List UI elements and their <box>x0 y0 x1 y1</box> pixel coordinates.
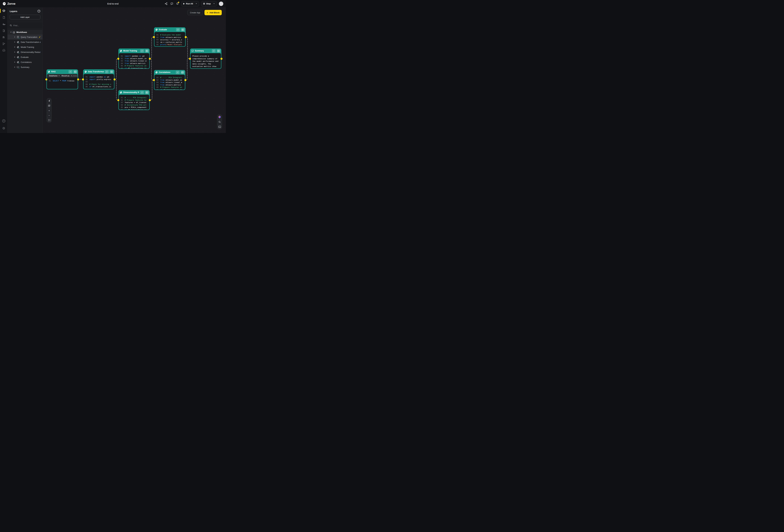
notifications-icon[interactable] <box>176 2 179 5</box>
rail-help-icon[interactable]: ? <box>0 118 7 124</box>
block-check-button[interactable]: ✓ <box>212 49 216 53</box>
expand-caret-icon[interactable] <box>15 36 15 38</box>
code-line: 04# Instantiate PCA wit <box>119 104 149 106</box>
expand-caret-icon[interactable] <box>15 47 15 48</box>
expand-caret-icon[interactable] <box>15 41 15 43</box>
block-panel-button[interactable] <box>145 49 149 53</box>
block-dimensionality-reduction[interactable]: Dimensionality Redu... ✓ 01# ----- PCA I… <box>118 90 150 110</box>
block-check-button[interactable]: ✓ <box>140 49 144 53</box>
block-panel-button[interactable] <box>180 71 185 74</box>
block-panel-button[interactable] <box>110 70 114 74</box>
block-panel-button[interactable] <box>74 70 77 74</box>
rail-files-icon[interactable] <box>0 14 7 21</box>
input-port[interactable] <box>189 58 191 60</box>
terminal-button[interactable] <box>217 124 222 129</box>
block-evaluate[interactable]: Evaluate ✓ 01# Evaluate the model02from … <box>154 27 186 47</box>
input-port[interactable] <box>153 36 155 38</box>
block-panel-button[interactable] <box>181 28 185 31</box>
run-all-caret-icon[interactable] <box>196 3 197 4</box>
minimap-button[interactable] <box>47 103 51 108</box>
dataframe-mode-label[interactable]: Dataframe <box>49 75 58 77</box>
collapse-caret-icon[interactable] <box>10 32 11 33</box>
fit-view-button[interactable] <box>47 118 51 122</box>
run-all-button[interactable]: Run All <box>181 1 199 6</box>
block-panel-button[interactable] <box>217 49 221 53</box>
rail-settings-icon[interactable]: ⚙ <box>0 125 7 132</box>
zerve-assistant-button[interactable] <box>217 114 222 119</box>
block-check-button[interactable]: ✓ <box>176 28 180 31</box>
expand-caret-icon[interactable] <box>15 61 15 63</box>
workflow-canvas[interactable]: Create App + Add Block Evaluate ✓ 01# Ev… <box>43 7 226 133</box>
wire-correlations-to-summary <box>185 59 190 80</box>
active-indicator <box>0 9 1 13</box>
expand-caret-icon[interactable] <box>15 66 15 68</box>
find-input[interactable] <box>13 24 37 27</box>
create-app-button[interactable]: Create App <box>187 10 203 15</box>
sidebar-item-evaluate[interactable]: Evaluate <box>7 55 43 60</box>
input-port[interactable] <box>153 79 155 81</box>
rag-result-bar[interactable]: Dataframe Result as: df_transactio <box>47 74 78 78</box>
share-icon[interactable] <box>164 2 168 5</box>
canvas-search-button[interactable] <box>217 119 222 124</box>
output-port[interactable] <box>185 79 187 81</box>
block-rag[interactable]: RAG ✓ Dataframe Result as: df_transactio… <box>47 69 78 89</box>
zoom-in-button[interactable]: + <box>47 108 51 113</box>
input-port[interactable] <box>45 78 47 81</box>
rail-import-icon[interactable] <box>0 27 7 34</box>
sidebar-item-dimensionality-reduct[interactable]: Dimensionality Reduct... <box>7 50 43 55</box>
wire-modeltraining-to-evaluate <box>150 37 154 59</box>
stop-button[interactable]: Stop <box>201 1 217 6</box>
rail-library-icon[interactable] <box>0 34 7 40</box>
stop-caret-icon[interactable] <box>214 3 215 4</box>
code-line: 04from sklearn.metrics <box>119 62 149 65</box>
block-data-transformation[interactable]: Data Transformation... ✓ 01import pandas… <box>83 69 114 89</box>
brand[interactable]: Zerve <box>0 2 16 6</box>
output-port[interactable] <box>114 78 116 81</box>
expand-caret-icon[interactable] <box>15 56 15 58</box>
block-correlations[interactable]: Correlations ✓ 01# ----- PCA Integrati02… <box>154 70 185 90</box>
layers-help-icon[interactable]: ? <box>37 10 40 12</box>
block-check-button[interactable]: ✓ <box>68 70 72 74</box>
summary-prompt-text: Please provide a comprehensive summary o… <box>191 53 221 68</box>
add-block-button[interactable]: + Add Block <box>204 10 222 15</box>
dataframe-caret-icon[interactable] <box>59 76 60 76</box>
block-check-button[interactable]: ✓ <box>105 70 109 74</box>
expand-caret-icon[interactable] <box>15 51 15 53</box>
output-port[interactable] <box>149 58 151 60</box>
output-port[interactable] <box>149 99 151 101</box>
result-as-value[interactable]: df_transactio <box>71 75 78 77</box>
sidebar-item-correlations[interactable]: Correlations <box>7 60 43 65</box>
tree-root-workflows[interactable]: { } Workflows <box>7 30 43 34</box>
block-panel-button[interactable] <box>145 91 149 94</box>
python-icon <box>156 71 158 74</box>
rail-layers-icon[interactable] <box>0 7 7 14</box>
python-icon <box>17 46 19 49</box>
avatar[interactable] <box>219 2 223 6</box>
input-port[interactable] <box>117 58 119 60</box>
sidebar-item-model-training[interactable]: Model Training <box>7 45 43 50</box>
block-summary[interactable]: Summary ✓ Please provide a comprehensive… <box>190 49 221 69</box>
input-port[interactable] <box>82 78 84 81</box>
sidebar-item-data-transformation-a[interactable]: Data Transformation a... <box>7 39 43 45</box>
block-check-button[interactable]: ✓ <box>140 91 144 94</box>
code-line: 01# ----- PCA Integrati <box>119 96 149 99</box>
python-icon <box>48 71 50 73</box>
search-icon <box>10 24 12 27</box>
sidebar-item-summary[interactable]: Summary <box>7 65 43 69</box>
cleanup-tool-button[interactable] <box>47 98 51 103</box>
checked-icon: ✓ <box>39 36 40 38</box>
comments-icon[interactable] <box>170 2 173 5</box>
rail-docker-icon[interactable] <box>0 21 7 27</box>
add-layer-button[interactable]: Add Layer <box>10 15 40 20</box>
block-check-button[interactable]: ✓ <box>176 71 179 74</box>
block-model-training[interactable]: Model Training ✓ 01import pandas as pd02… <box>118 49 150 69</box>
output-port[interactable] <box>185 36 187 38</box>
input-port[interactable] <box>117 99 119 101</box>
output-port[interactable] <box>77 78 79 81</box>
rail-git-branch-icon[interactable] <box>0 40 7 47</box>
code-line: 02from sklearn.model_se <box>155 79 185 81</box>
sidebar-item-query-transcation[interactable]: Query Transcation...✓ <box>7 34 43 39</box>
zoom-out-button[interactable]: − <box>47 113 51 118</box>
output-port[interactable] <box>221 58 223 60</box>
rail-huggingface-icon[interactable] <box>0 47 7 54</box>
